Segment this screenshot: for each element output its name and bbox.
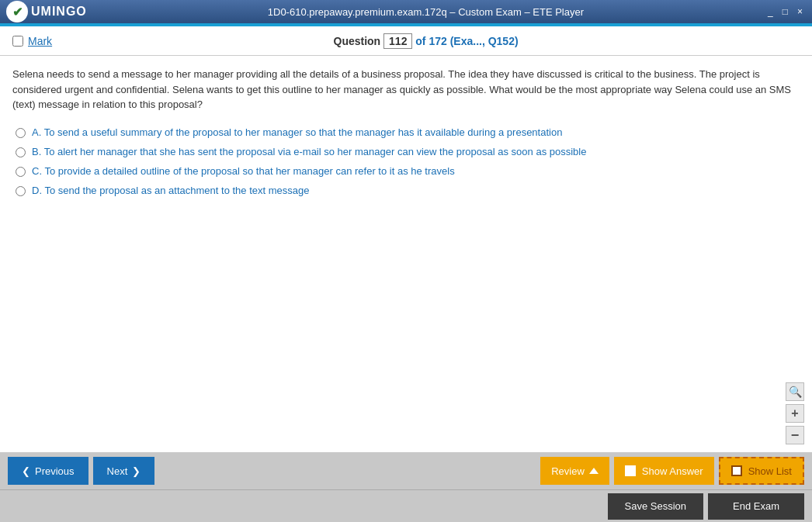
logo-text: UMINGO: [31, 5, 87, 19]
dropdown-arrow-icon: [589, 468, 599, 474]
option-a[interactable]: A. To send a useful summary of the propo…: [16, 126, 800, 138]
radio-d[interactable]: [16, 186, 26, 196]
question-text: Selena needs to send a message to her ma…: [12, 67, 800, 112]
zoom-in-button[interactable]: +: [786, 404, 804, 423]
logo: ✔ UMINGO: [6, 1, 87, 22]
mark-label[interactable]: Mark: [28, 35, 52, 47]
option-b[interactable]: B. To alert her manager that she has sen…: [16, 146, 800, 157]
app-title: 1D0-610.prepaway.premium.exam.172q – Cus…: [87, 6, 765, 18]
question-label: Question: [334, 35, 381, 47]
show-answer-button[interactable]: Show Answer: [614, 457, 714, 485]
option-d[interactable]: D. To send the proposal as an attachment…: [16, 185, 800, 196]
next-label: Next: [107, 465, 128, 477]
mark-checkbox-container[interactable]: Mark: [12, 35, 52, 47]
search-zoom-button[interactable]: 🔍: [786, 382, 804, 401]
end-row: Save Session End Exam: [0, 489, 812, 522]
title-bar-left: ✔ UMINGO: [6, 1, 87, 22]
logo-checkmark: ✔: [12, 5, 23, 19]
end-exam-label: End Exam: [733, 500, 779, 512]
chevron-right-icon: [132, 465, 141, 477]
option-b-text: B. To alert her manager that she has sen…: [32, 146, 586, 157]
option-c-text: C. To provide a detailed outline of the …: [32, 165, 455, 177]
question-number-box: 112: [383, 33, 412, 49]
show-list-label: Show List: [748, 465, 792, 477]
chevron-left-icon: [22, 465, 30, 477]
next-button[interactable]: Next: [93, 457, 155, 485]
mark-checkbox[interactable]: [12, 36, 23, 47]
show-answer-checkbox-icon: [625, 465, 636, 476]
maximize-button[interactable]: □: [779, 6, 791, 17]
logo-icon: ✔: [6, 1, 28, 22]
option-d-text: D. To send the proposal as an attachment…: [32, 185, 309, 196]
show-list-checkbox-icon: [731, 465, 742, 476]
question-info: Question 112 of 172 (Exa..., Q152): [52, 33, 800, 49]
bottom-nav: Previous Next Review Show Answer Show Li…: [0, 452, 812, 489]
previous-label: Previous: [35, 465, 75, 477]
zoom-out-button[interactable]: −: [786, 426, 804, 444]
radio-a[interactable]: [16, 128, 26, 138]
radio-c[interactable]: [16, 167, 26, 177]
previous-button[interactable]: Previous: [8, 457, 88, 485]
review-button[interactable]: Review: [540, 457, 609, 485]
content-area: Selena needs to send a message to her ma…: [0, 56, 812, 452]
save-session-button[interactable]: Save Session: [608, 493, 704, 520]
radio-b[interactable]: [16, 147, 26, 157]
options-list: A. To send a useful summary of the propo…: [16, 126, 800, 196]
option-a-text: A. To send a useful summary of the propo…: [32, 126, 562, 138]
zoom-controls: 🔍 + −: [786, 382, 804, 444]
option-c[interactable]: C. To provide a detailed outline of the …: [16, 165, 800, 177]
question-of: of 172 (Exa..., Q152): [415, 35, 518, 47]
close-button[interactable]: ×: [794, 6, 806, 17]
header-row: Mark Question 112 of 172 (Exa..., Q152): [0, 26, 812, 56]
window-controls: _ □ ×: [765, 6, 806, 17]
show-list-button[interactable]: Show List: [719, 457, 804, 485]
show-answer-label: Show Answer: [642, 465, 703, 477]
review-label: Review: [551, 465, 585, 477]
save-session-label: Save Session: [625, 500, 687, 512]
end-exam-button[interactable]: End Exam: [708, 493, 804, 520]
minimize-button[interactable]: _: [765, 6, 776, 17]
title-bar: ✔ UMINGO 1D0-610.prepaway.premium.exam.1…: [0, 0, 812, 23]
